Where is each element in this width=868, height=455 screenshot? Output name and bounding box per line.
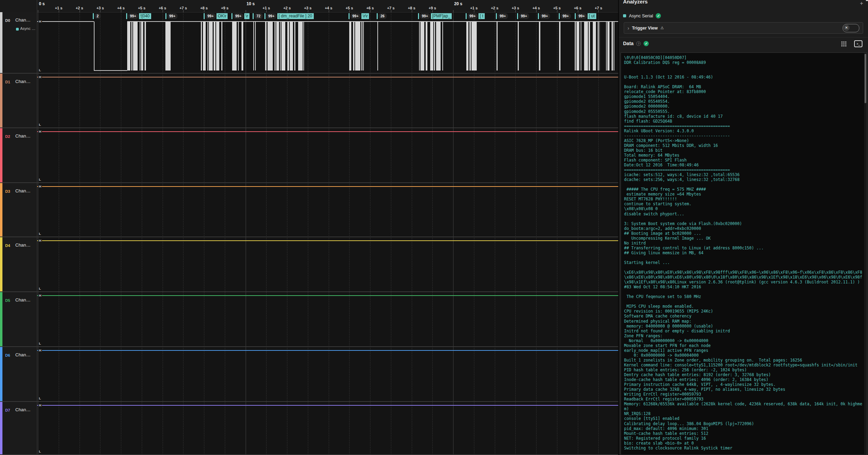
timeline-label: +3 s: [96, 6, 104, 10]
channel-id-label[interactable]: D2: [5, 134, 10, 139]
decode-annotation[interactable]: 99+: [538, 13, 550, 19]
annotation-start-tick: [126, 13, 127, 19]
gridline: [142, 12, 142, 455]
decode-annotation[interactable]: 99+[ ut: [575, 13, 596, 19]
annotation-count-badge[interactable]: 99+: [350, 13, 361, 19]
channel-id-label[interactable]: D6: [5, 353, 10, 357]
gridline: [329, 12, 329, 455]
annotation-start-tick: [264, 13, 265, 19]
annotation-decoded-value[interactable]: [ t: [478, 13, 485, 19]
signal-burst: [539, 22, 540, 71]
annotation-count-badge[interactable]: 99+: [498, 13, 508, 19]
decode-annotation[interactable]: 99+: [559, 13, 571, 19]
channel-id-label[interactable]: D3: [5, 189, 10, 193]
annotation-start-tick: [165, 13, 166, 19]
channel-name-label[interactable]: Chan…: [15, 407, 31, 412]
channel-id-label[interactable]: D5: [5, 298, 10, 303]
annotation-count-badge[interactable]: 99+: [233, 13, 244, 19]
annotation-count-badge[interactable]: 99+: [467, 13, 478, 19]
annotation-decoded-value[interactable]: \r: [244, 13, 249, 19]
channel-id-label[interactable]: D1: [5, 80, 10, 84]
signal-burst: [214, 22, 215, 71]
annotation-count-badge[interactable]: 99+: [167, 13, 178, 19]
decode-annotation[interactable]: 99+[PMF]ap_: [418, 13, 452, 19]
decode-annotation[interactable]: 99+: [496, 13, 508, 19]
annotation-count-badge[interactable]: 99+: [420, 13, 430, 19]
channel-color-stripe: [0, 183, 2, 237]
timeline-label: 0 s: [39, 1, 45, 6]
decode-annotation[interactable]: 2: [93, 13, 101, 19]
annotation-count-badge[interactable]: 99+: [128, 13, 138, 19]
channel-id-label[interactable]: D0: [5, 18, 10, 23]
annotation-count-badge[interactable]: 99+: [560, 13, 571, 19]
signal-burst: [145, 22, 146, 71]
decode-annotation[interactable]: 99+[ t: [466, 13, 485, 19]
signal-burst: [353, 22, 354, 71]
terminal-scrollbar-thumb[interactable]: [865, 54, 866, 103]
help-icon[interactable]: ?: [636, 41, 641, 46]
annotation-decoded-value[interactable]: ![040: [139, 13, 151, 19]
gridline: [598, 12, 599, 455]
analyzer-item-async-serial[interactable]: Async Serial ✓: [623, 13, 661, 18]
annotation-decoded-value[interactable]: OK\r: [216, 13, 228, 19]
decode-annotation[interactable]: 99+[ dm_readFile ] 20: [264, 13, 314, 19]
signal-burst: [294, 22, 295, 71]
decode-annotation[interactable]: 26: [377, 13, 387, 19]
signal-burst: [363, 22, 364, 71]
annotation-decoded-value[interactable]: [ ut: [588, 13, 596, 19]
gridline: [204, 12, 204, 455]
gridline: [59, 12, 59, 455]
annotation-count-badge[interactable]: 26: [378, 13, 387, 19]
signal-burst: [221, 22, 222, 71]
decode-annotation[interactable]: 99+: [517, 13, 529, 19]
annotation-count-badge[interactable]: 99+: [205, 13, 216, 19]
channel-analyzer-chip[interactable]: Async …: [20, 26, 35, 31]
decoded-data-terminal[interactable]: \0\0\0[04050C0D][04050D07] DDR Calibrati…: [621, 52, 867, 455]
trigger-view-close-button[interactable]: ✕: [843, 24, 859, 32]
level-high-label: H: [38, 403, 42, 407]
channel-name-label[interactable]: Chan…: [15, 79, 31, 84]
signal-burst: [420, 22, 424, 71]
channel-name-label[interactable]: Chan…: [15, 297, 31, 303]
add-analyzer-button[interactable]: +: [860, 0, 863, 7]
annotation-decoded-value[interactable]: [PMF]ap_: [431, 13, 452, 19]
annotation-start-tick: [559, 13, 560, 19]
decode-annotation[interactable]: 99+\r: [231, 13, 249, 19]
channel-name-label[interactable]: Chan…: [15, 352, 31, 357]
annotation-count-badge[interactable]: 72: [254, 13, 263, 19]
annotation-count-badge[interactable]: 2: [95, 13, 101, 19]
channel-id-label[interactable]: D4: [5, 243, 10, 248]
signal-burst: [232, 22, 237, 71]
trigger-view-section[interactable]: › Trigger View ⚠ ✕: [624, 22, 863, 34]
channel-name-label[interactable]: Chan…: [15, 242, 31, 248]
timeline-label: 20 s: [454, 1, 462, 6]
channel-name-label[interactable]: Chan…: [15, 188, 31, 193]
timeline-label: +9 s: [221, 6, 229, 10]
decode-annotation[interactable]: 72: [253, 13, 263, 19]
channel-name-label[interactable]: Chan…: [15, 133, 31, 139]
gridline: [578, 12, 578, 455]
decode-annotation[interactable]: 99+![040: [126, 13, 151, 19]
annotation-count-badge[interactable]: 99+: [576, 13, 587, 19]
annotation-count-badge[interactable]: 99+: [266, 13, 277, 19]
window-scrollbar-fragment: [866, 0, 868, 1]
decode-annotation[interactable]: 99+OK\r: [204, 13, 228, 19]
data-section-header: Data ? ✓: [623, 41, 649, 46]
signal-burst: [141, 22, 143, 71]
chevron-right-icon[interactable]: ›: [628, 25, 629, 31]
annotation-start-tick: [349, 13, 350, 19]
channel-id-label[interactable]: D7: [5, 408, 10, 412]
annotation-decoded-value[interactable]: \r\r: [361, 13, 369, 19]
decode-annotation[interactable]: 99+\r\r: [349, 13, 369, 19]
timeline-ruler[interactable]: 0 s+1 s+2 s+3 s+4 s+5 s+6 s+7 s+8 s+9 s1…: [0, 0, 618, 13]
terminal-view-icon[interactable]: >_: [854, 40, 862, 47]
signal-burst: [216, 22, 219, 71]
table-view-icon[interactable]: [841, 41, 846, 48]
channel-name-label[interactable]: Chan…: [15, 17, 31, 23]
annotation-count-badge[interactable]: 99+: [519, 13, 529, 19]
terminal-scrollbar-track[interactable]: [864, 53, 866, 454]
decode-annotation[interactable]: 99+: [165, 13, 178, 19]
annotation-decoded-value[interactable]: [ dm_readFile ] 20: [277, 13, 314, 19]
annotation-count-badge[interactable]: 99+: [540, 13, 550, 19]
signal-burst: [430, 22, 433, 71]
